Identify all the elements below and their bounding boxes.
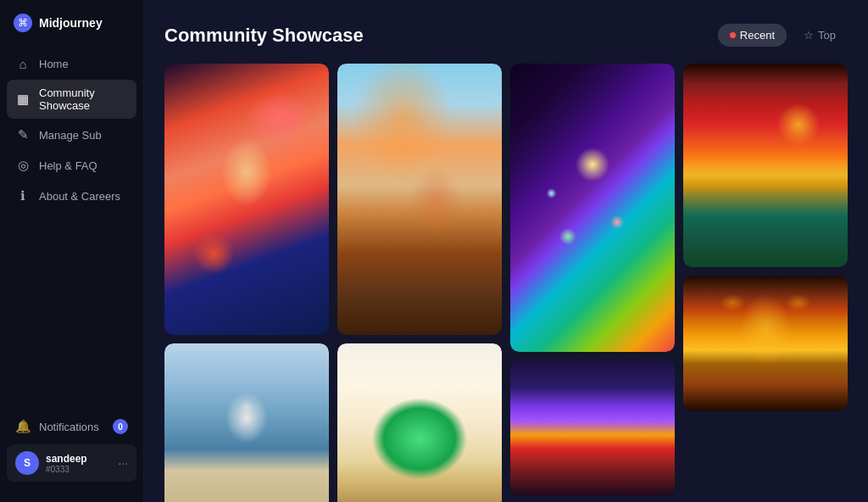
artwork-robot-kid <box>164 343 329 502</box>
artwork-mountain <box>683 64 848 267</box>
main-header: Community Showcase Recent ☆ Top <box>164 24 848 47</box>
sidebar-item-help-label: Help & FAQ <box>39 159 97 172</box>
sort-top-label: Top <box>818 29 836 42</box>
sort-recent-button[interactable]: Recent <box>718 24 787 47</box>
sort-top-button[interactable]: ☆ Top <box>792 24 848 47</box>
sort-recent-label: Recent <box>740 29 775 42</box>
sidebar-item-manage-label: Manage Sub <box>39 129 102 142</box>
artwork-frog <box>337 343 502 502</box>
artwork-street-bike <box>337 64 502 335</box>
user-tag: #0333 <box>46 465 111 474</box>
main-content: Community Showcase Recent ☆ Top <box>144 0 868 502</box>
notifications-label: Notifications <box>39 421 99 433</box>
list-item[interactable] <box>510 64 675 352</box>
sidebar-item-home-label: Home <box>39 58 69 70</box>
artwork-astronaut <box>510 64 675 352</box>
notifications-item[interactable]: 🔔 Notifications 0 <box>7 412 136 441</box>
list-item[interactable] <box>510 360 675 496</box>
list-item[interactable] <box>683 276 848 411</box>
artwork-fantasy-city <box>510 360 675 496</box>
sidebar-item-home[interactable]: ⌂ Home <box>7 49 136 78</box>
avatar: S <box>15 451 39 475</box>
logo-text: Midjourney <box>39 16 103 30</box>
community-icon: ▦ <box>15 92 31 107</box>
bell-icon: 🔔 <box>15 419 31 434</box>
masonry-grid <box>164 64 848 502</box>
sidebar: ⌘ Midjourney ⌂ Home ▦ Community Showcase… <box>0 0 144 502</box>
help-icon: ◎ <box>15 158 31 173</box>
list-item[interactable] <box>337 64 502 335</box>
list-item[interactable] <box>164 64 329 335</box>
user-more-icon[interactable]: ··· <box>118 456 128 470</box>
artwork-anime-girl <box>164 64 329 335</box>
recent-dot <box>730 32 736 38</box>
sidebar-item-community[interactable]: ▦ Community Showcase <box>7 80 136 119</box>
sidebar-item-manage-sub[interactable]: ✎ Manage Sub <box>7 120 136 149</box>
sidebar-bottom: 🔔 Notifications 0 S sandeep #0333 ··· <box>0 412 143 488</box>
sort-controls: Recent ☆ Top <box>718 24 848 47</box>
list-item[interactable] <box>683 64 848 267</box>
list-item[interactable] <box>337 343 502 502</box>
sidebar-item-about-label: About & Careers <box>39 190 120 203</box>
sidebar-item-about[interactable]: ℹ About & Careers <box>7 181 136 210</box>
user-profile[interactable]: S sandeep #0333 ··· <box>7 444 136 482</box>
sidebar-item-community-label: Community Showcase <box>39 86 128 112</box>
manage-icon: ✎ <box>15 127 31 142</box>
notification-badge: 0 <box>113 419 128 434</box>
page-title: Community Showcase <box>164 25 364 47</box>
sidebar-logo[interactable]: ⌘ Midjourney <box>0 14 143 49</box>
user-info: sandeep #0333 <box>46 453 111 474</box>
star-icon: ☆ <box>804 29 814 42</box>
about-icon: ℹ <box>15 188 31 204</box>
sidebar-item-help[interactable]: ◎ Help & FAQ <box>7 151 136 180</box>
user-name: sandeep <box>46 453 111 465</box>
home-icon: ⌂ <box>15 56 31 71</box>
list-item[interactable] <box>164 343 329 502</box>
logo-icon: ⌘ <box>14 14 32 32</box>
sidebar-nav: ⌂ Home ▦ Community Showcase ✎ Manage Sub… <box>0 49 143 412</box>
artwork-art-nouveau <box>683 276 848 411</box>
